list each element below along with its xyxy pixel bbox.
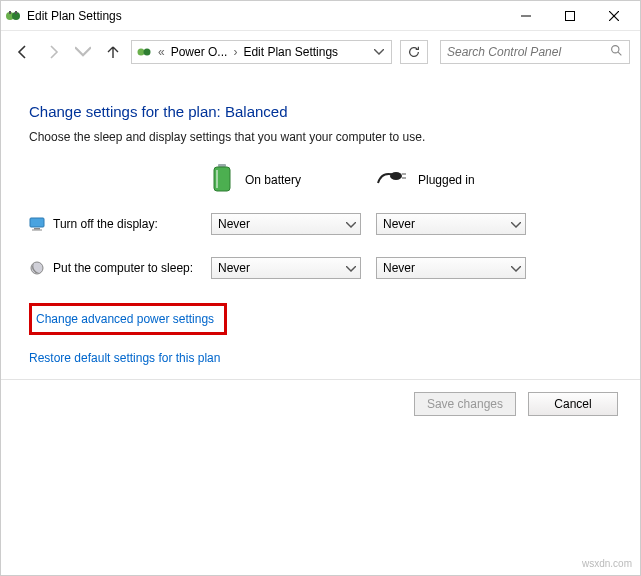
recent-dropdown[interactable]	[71, 40, 95, 64]
window-controls	[504, 2, 636, 30]
row-label-display: Turn off the display:	[29, 216, 211, 232]
page-subtitle: Choose the sleep and display settings th…	[29, 130, 616, 144]
link-change-advanced[interactable]: Change advanced power settings	[36, 312, 214, 326]
search-icon	[610, 44, 623, 60]
maximize-button[interactable]	[548, 2, 592, 30]
address-dropdown-icon[interactable]	[371, 41, 387, 63]
svg-point-8	[138, 49, 145, 56]
svg-rect-5	[566, 11, 575, 20]
highlight-box: Change advanced power settings	[29, 303, 227, 335]
address-bar[interactable]: « Power O... › Edit Plan Settings	[131, 40, 392, 64]
combo-sleep-battery-value: Never	[218, 261, 250, 275]
search-input[interactable]	[447, 45, 606, 59]
breadcrumb-item-edit-plan[interactable]: Edit Plan Settings	[243, 45, 338, 59]
page-title: Change settings for the plan: Balanced	[29, 103, 616, 120]
column-plugged-label: Plugged in	[418, 173, 475, 187]
svg-rect-20	[32, 230, 42, 231]
footer: Save changes Cancel	[1, 380, 640, 428]
breadcrumb-sep-icon: «	[156, 45, 167, 59]
forward-button[interactable]	[41, 40, 65, 64]
chevron-down-icon	[346, 217, 356, 231]
row-display-label-text: Turn off the display:	[53, 217, 158, 231]
plug-icon	[376, 169, 406, 190]
svg-point-10	[612, 46, 619, 53]
row-put-computer-to-sleep: Put the computer to sleep: Never Never	[29, 257, 616, 279]
chevron-down-icon	[346, 261, 356, 275]
save-changes-button[interactable]: Save changes	[414, 392, 516, 416]
svg-rect-3	[15, 11, 17, 14]
monitor-icon	[29, 216, 45, 232]
links-section: Change advanced power settings Restore d…	[29, 303, 616, 365]
row-turn-off-display: Turn off the display: Never Never	[29, 213, 616, 235]
row-sleep-label-text: Put the computer to sleep:	[53, 261, 193, 275]
chevron-down-icon	[511, 261, 521, 275]
main-content: Change settings for the plan: Balanced C…	[1, 73, 640, 380]
combo-display-battery[interactable]: Never	[211, 213, 361, 235]
back-button[interactable]	[11, 40, 35, 64]
app-icon	[5, 8, 21, 24]
chevron-right-icon: ›	[231, 45, 239, 59]
svg-rect-14	[216, 170, 218, 188]
cancel-button[interactable]: Cancel	[528, 392, 618, 416]
titlebar: Edit Plan Settings	[1, 1, 640, 31]
column-plugged-in: Plugged in	[376, 169, 541, 190]
window-title: Edit Plan Settings	[27, 9, 504, 23]
watermark: wsxdn.com	[582, 558, 632, 569]
breadcrumb-item-power-options[interactable]: Power O...	[171, 45, 228, 59]
up-button[interactable]	[101, 40, 125, 64]
svg-rect-2	[9, 11, 11, 14]
search-box[interactable]	[440, 40, 630, 64]
column-battery-label: On battery	[245, 173, 301, 187]
combo-display-plugged[interactable]: Never	[376, 213, 526, 235]
moon-icon	[29, 260, 45, 276]
combo-display-battery-value: Never	[218, 217, 250, 231]
svg-rect-18	[30, 218, 44, 227]
column-on-battery: On battery	[211, 164, 376, 195]
refresh-button[interactable]	[400, 40, 428, 64]
close-button[interactable]	[592, 2, 636, 30]
navbar: « Power O... › Edit Plan Settings	[1, 31, 640, 73]
svg-point-9	[144, 49, 151, 56]
power-icon	[136, 44, 152, 60]
combo-sleep-plugged[interactable]: Never	[376, 257, 526, 279]
columns-header: On battery Plugged in	[29, 164, 616, 195]
combo-sleep-plugged-value: Never	[383, 261, 415, 275]
combo-sleep-battery[interactable]: Never	[211, 257, 361, 279]
battery-icon	[211, 164, 233, 195]
minimize-button[interactable]	[504, 2, 548, 30]
link-restore-defaults[interactable]: Restore default settings for this plan	[29, 351, 220, 365]
svg-rect-19	[34, 228, 40, 230]
row-label-sleep: Put the computer to sleep:	[29, 260, 211, 276]
combo-display-plugged-value: Never	[383, 217, 415, 231]
chevron-down-icon	[511, 217, 521, 231]
svg-point-15	[390, 172, 402, 180]
svg-line-11	[618, 52, 621, 55]
